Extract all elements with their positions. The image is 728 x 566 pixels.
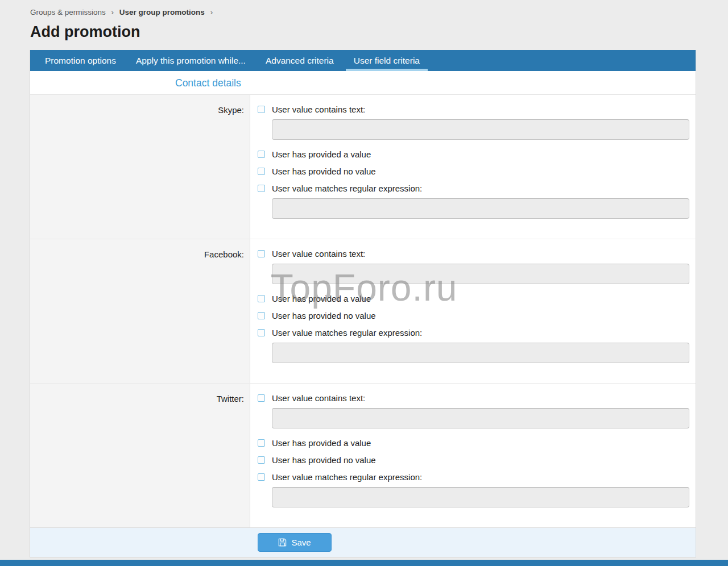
checkbox-facebook-regex[interactable] [258,329,265,336]
section-heading-row: Contact details [30,71,696,95]
option-label-skype-no-value: User has provided no value [272,167,376,176]
option-label-twitter-regex: User value matches regular expression: [272,472,422,482]
input-skype-contains-text[interactable] [272,119,689,140]
checkbox-skype-regex[interactable] [258,185,265,192]
field-row-skype: Skype:User value contains text:User has … [30,95,696,239]
field-row-facebook: Facebook:User value contains text:User h… [30,239,696,383]
checkbox-facebook-no-value[interactable] [258,312,265,319]
checkbox-skype-has-value[interactable] [258,151,265,158]
input-skype-regex[interactable] [272,198,689,219]
option-label-facebook-has-value: User has provided a value [272,294,371,303]
breadcrumb-user-group-promotions[interactable]: User group promotions [119,8,205,16]
checkbox-skype-contains-text[interactable] [258,106,265,113]
option-facebook-contains-text: User value contains text: [250,247,696,261]
section-heading: Contact details [175,77,241,89]
form-panel: Promotion optionsApply this promotion wh… [30,50,696,557]
breadcrumb-separator-icon: › [210,8,213,16]
option-label-twitter-no-value: User has provided no value [272,455,376,465]
breadcrumb: Groups & permissions › User group promot… [0,0,728,16]
tab-promotion-options[interactable]: Promotion options [37,50,124,71]
option-skype-no-value: User has provided no value [250,164,696,178]
option-label-facebook-contains-text: User value contains text: [272,249,365,259]
tab-apply-this-promotion-while[interactable]: Apply this promotion while... [128,50,254,71]
checkbox-facebook-contains-text[interactable] [258,250,265,257]
input-facebook-contains-text[interactable] [272,264,689,284]
tab-bar: Promotion optionsApply this promotion wh… [30,50,696,71]
option-facebook-no-value: User has provided no value [250,309,696,323]
option-label-skype-has-value: User has provided a value [272,149,371,159]
option-label-facebook-regex: User value matches regular expression: [272,328,422,338]
bottom-bar [0,560,728,566]
field-row-twitter: Twitter:User value contains text:User ha… [30,383,696,527]
option-twitter-has-value: User has provided a value [250,436,696,450]
option-skype-has-value: User has provided a value [250,147,696,161]
breadcrumb-separator-icon: › [111,8,114,16]
checkbox-facebook-has-value[interactable] [258,295,265,302]
input-twitter-regex[interactable] [272,487,689,507]
option-skype-contains-text: User value contains text: [250,102,696,116]
option-facebook-regex: User value matches regular expression: [250,326,696,340]
tab-advanced-criteria[interactable]: Advanced criteria [258,50,342,71]
checkbox-twitter-no-value[interactable] [258,456,265,464]
option-label-twitter-has-value: User has provided a value [272,438,371,448]
input-twitter-contains-text[interactable] [272,408,689,428]
floppy-disk-icon [278,538,287,547]
facebook-field-label: Facebook: [30,247,250,371]
skype-field-label: Skype: [30,102,250,226]
input-facebook-regex[interactable] [272,343,689,363]
save-button[interactable]: Save [258,533,332,552]
checkbox-twitter-contains-text[interactable] [258,394,265,402]
tab-user-field-criteria[interactable]: User field criteria [346,50,428,71]
option-skype-regex: User value matches regular expression: [250,181,696,195]
checkbox-twitter-regex[interactable] [258,473,265,481]
option-twitter-regex: User value matches regular expression: [250,470,696,484]
form-body: Skype:User value contains text:User has … [30,95,696,527]
option-twitter-contains-text: User value contains text: [250,391,696,405]
option-twitter-no-value: User has provided no value [250,453,696,467]
option-label-skype-regex: User value matches regular expression: [272,184,422,193]
panel-footer: Save [30,527,696,557]
page-title: Add promotion [30,23,728,41]
option-label-skype-contains-text: User value contains text: [272,105,365,114]
breadcrumb-groups-permissions[interactable]: Groups & permissions [30,8,106,16]
option-label-twitter-contains-text: User value contains text: [272,393,365,403]
twitter-field-label: Twitter: [30,391,250,515]
checkbox-skype-no-value[interactable] [258,168,265,175]
option-label-facebook-no-value: User has provided no value [272,311,376,321]
checkbox-twitter-has-value[interactable] [258,439,265,447]
save-button-label: Save [291,538,311,547]
option-facebook-has-value: User has provided a value [250,292,696,306]
